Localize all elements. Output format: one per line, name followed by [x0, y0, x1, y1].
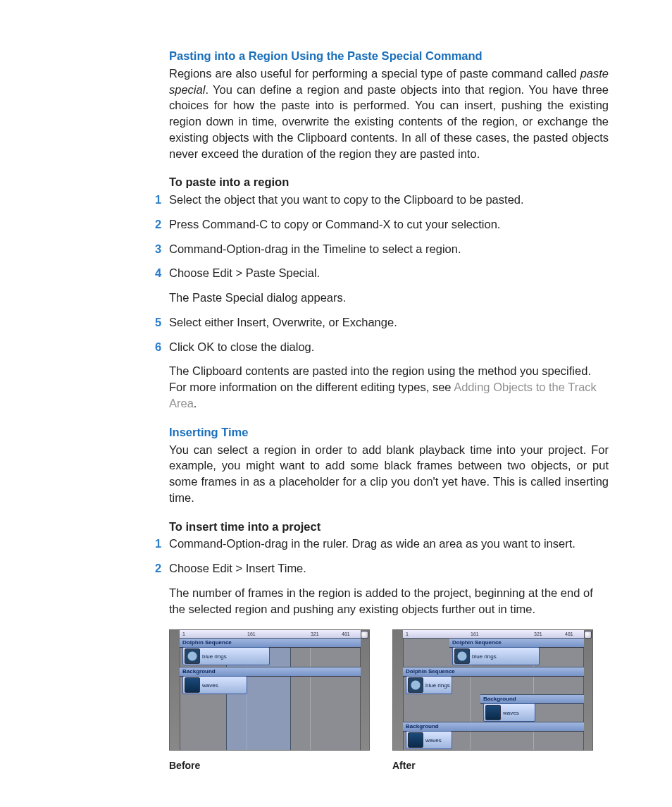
timeline-clip: blue rings: [182, 647, 270, 665]
timeline-clip: waves: [182, 676, 247, 694]
step-item: 4 Choose Edit > Paste Special.: [169, 265, 609, 281]
step-text: Choose Edit > Paste Special.: [169, 265, 609, 281]
step-number: 3: [155, 241, 161, 257]
result-text: .: [194, 397, 197, 409]
layer-header: Dolphin Sequence: [449, 638, 584, 648]
section-body: Regions are also useful for performing a…: [169, 66, 609, 162]
figure-caption: After: [392, 759, 606, 772]
step-item: 2 Choose Edit > Insert Time.: [169, 560, 609, 577]
layer-header: Dolphin Sequence: [403, 667, 584, 677]
layer-header: Background: [180, 667, 361, 677]
step-number: 2: [155, 560, 161, 577]
step-text: Select the object that you want to copy …: [169, 192, 609, 208]
body-text: . You can define a region and paste obje…: [169, 83, 609, 160]
result-text: The number of frames in the region is ad…: [169, 585, 609, 617]
figure-after: 1 161 321 481 Dolphin Sequence blue ring…: [392, 629, 593, 751]
step-item: 1 Select the object that you want to cop…: [169, 192, 609, 208]
step-number: 6: [155, 339, 161, 355]
clip-thumbnail-icon: [454, 648, 470, 664]
step-number: 1: [155, 192, 161, 208]
ruler-tick: 1: [182, 631, 185, 638]
section-heading: Inserting Time: [169, 424, 609, 441]
step-text: Press Command-C to copy or Command-X to …: [169, 216, 609, 233]
timeline-clip: blue rings: [452, 647, 540, 665]
ruler-tick: 321: [534, 631, 542, 638]
step-number: 4: [155, 265, 161, 281]
section-body: You can select a region in order to add …: [169, 442, 609, 506]
step-number: 2: [155, 216, 161, 233]
figure-caption: Before: [169, 759, 382, 772]
clip-thumbnail-icon: [185, 677, 200, 693]
ruler-tick: 161: [247, 631, 256, 638]
clip-thumbnail-icon: [185, 648, 200, 664]
step-item: 1 Command-Option-drag in the ruler. Drag…: [169, 536, 609, 552]
clip-label: blue rings: [202, 653, 227, 660]
clip-thumbnail-icon: [485, 705, 501, 720]
ruler-tick: 481: [342, 631, 350, 638]
clip-label: blue rings: [472, 653, 497, 660]
step-item: 5 Select either Insert, Overwrite, or Ex…: [169, 314, 609, 331]
step-text: Select either Insert, Overwrite, or Exch…: [169, 314, 609, 331]
timeline-clip: waves: [406, 731, 452, 749]
step-number: 5: [155, 314, 161, 331]
magnifier-icon: [584, 631, 592, 639]
clip-label: waves: [202, 682, 218, 689]
task-heading: To paste into a region: [169, 174, 609, 190]
step-result: The number of frames in the region is ad…: [169, 585, 609, 617]
layer-header: Dolphin Sequence: [180, 638, 361, 648]
body-text: Regions are also useful for performing a…: [169, 67, 580, 80]
layer-header: Background: [480, 694, 584, 704]
step-text: Command-Option-drag in the ruler. Drag a…: [169, 536, 609, 552]
magnifier-icon: [361, 631, 368, 639]
step-item: 2 Press Command-C to copy or Command-X t…: [169, 216, 609, 233]
figure-before: 1 161 321 481 Dolphin Sequence blue ring…: [169, 629, 370, 751]
step-text: Click OK to close the dialog.: [169, 339, 609, 355]
ruler-tick: 1: [406, 631, 409, 638]
ruler-tick: 481: [565, 631, 573, 638]
step-text: Choose Edit > Insert Time.: [169, 560, 609, 577]
clip-thumbnail-icon: [408, 732, 423, 748]
layer-header: Background: [403, 722, 584, 732]
section-heading: Pasting into a Region Using the Paste Sp…: [169, 48, 609, 64]
step-number: 1: [155, 536, 161, 552]
step-text: The Paste Special dialog appears.: [169, 290, 609, 306]
timeline-clip: waves: [483, 703, 535, 722]
step-result: The Clipboard contents are pasted into t…: [169, 363, 609, 411]
clip-label: waves: [503, 709, 519, 717]
clip-thumbnail-icon: [408, 677, 423, 693]
ruler-tick: 321: [311, 631, 319, 638]
step-note: The Paste Special dialog appears.: [169, 290, 609, 306]
step-item: 6 Click OK to close the dialog.: [169, 339, 609, 355]
timeline-clip: blue rings: [406, 676, 452, 694]
ruler-tick: 161: [471, 631, 479, 638]
clip-label: waves: [425, 737, 442, 744]
clip-label: blue rings: [425, 682, 450, 689]
step-item: 3 Command-Option-drag in the Timeline to…: [169, 241, 609, 257]
task-heading: To insert time into a project: [169, 519, 609, 535]
step-text: Command-Option-drag in the Timeline to s…: [169, 241, 609, 257]
